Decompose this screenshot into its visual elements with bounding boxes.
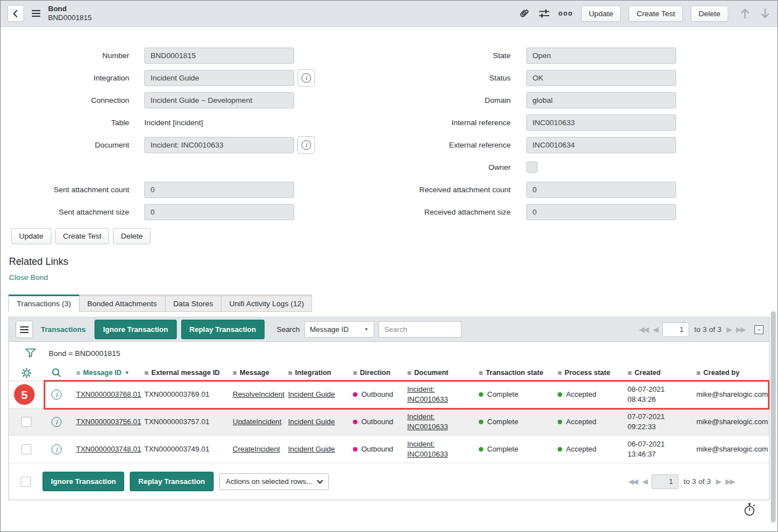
row-info-icon[interactable]: i	[51, 390, 62, 400]
integration-link[interactable]: Incident Guide	[288, 390, 335, 398]
last-page-icon[interactable]: ▶▶	[736, 325, 745, 334]
filter-condition[interactable]: Bond = BND0001815	[49, 349, 120, 358]
response-time-button[interactable]	[743, 502, 756, 519]
transaction-row[interactable]: i TXN0000003748.01 TXN0000003749.01 Crea…	[9, 436, 769, 463]
integration-link[interactable]: Incident Guide	[288, 445, 335, 453]
create-test-button-header[interactable]: Create Test	[629, 6, 683, 22]
integration-link[interactable]: Incident Guide	[288, 417, 335, 426]
message-link[interactable]: UpdateIncident	[233, 417, 281, 426]
column-header-direction[interactable]: ≡ Direction	[346, 369, 400, 377]
back-button[interactable]	[7, 5, 24, 22]
received-attachment-count-field[interactable]: 0	[526, 182, 676, 198]
previous-page-icon[interactable]: ◀	[653, 325, 657, 334]
document-link[interactable]: Incident:INC0010633	[407, 412, 448, 431]
domain-field[interactable]: global	[526, 92, 676, 108]
document-info-button[interactable]: i	[298, 136, 315, 154]
previous-record-icon[interactable]	[739, 7, 751, 20]
message-id-link[interactable]: TXN0000003756.01	[76, 417, 141, 426]
tab-transactions[interactable]: Transactions (3)	[8, 294, 79, 312]
next-record-icon[interactable]	[760, 7, 771, 20]
update-button-header[interactable]: Update	[581, 6, 621, 22]
column-menu-icon: ≡	[353, 369, 357, 377]
column-header-message-id[interactable]: ≡ Message ID ▼	[69, 369, 138, 377]
column-header-transaction-state[interactable]: ≡ Transaction state	[472, 369, 551, 377]
previous-page-icon[interactable]: ◀	[642, 477, 647, 486]
list-menu-button[interactable]	[16, 321, 33, 338]
first-page-icon[interactable]: ◀◀	[639, 325, 648, 334]
delete-button[interactable]: Delete	[113, 228, 150, 244]
transaction-row[interactable]: 5 i TXN0000003768.01 TXN0000003769.01 Re…	[9, 381, 769, 408]
personalize-form-button[interactable]	[538, 8, 550, 19]
replay-transaction-button[interactable]: Replay Transaction	[181, 320, 265, 339]
row-info-icon[interactable]: i	[51, 417, 62, 427]
first-page-icon[interactable]: ◀◀	[628, 477, 637, 486]
message-link[interactable]: ResolveIncident	[233, 390, 285, 398]
ignore-transaction-button-footer[interactable]: Ignore Transaction	[43, 472, 124, 491]
row-info-icon[interactable]: i	[51, 444, 62, 454]
next-page-icon[interactable]: ▶	[727, 325, 731, 334]
column-header-document[interactable]: ≡ Document	[400, 369, 472, 377]
state-field[interactable]: Open	[526, 48, 676, 64]
list-settings-cell[interactable]	[9, 368, 44, 378]
attachment-button[interactable]	[518, 7, 530, 20]
select-all-checkbox[interactable]	[21, 477, 31, 487]
record-number: BND0001815	[48, 13, 92, 22]
tab-unifi-activity-logs[interactable]: Unifi Activity Logs (12)	[221, 294, 313, 312]
search-input[interactable]	[379, 321, 461, 338]
top-header: Bond BND0001815 ooo Update	[1, 1, 777, 27]
paperclip-icon	[518, 7, 530, 20]
connection-field[interactable]: Incident Guide ~ Development	[144, 92, 294, 108]
row-checkbox[interactable]	[21, 444, 31, 454]
sent-attachment-size-field[interactable]: 0	[144, 204, 294, 220]
status-field[interactable]: OK	[526, 70, 676, 86]
owner-label: Owner	[367, 163, 526, 172]
filter-funnel-icon[interactable]	[25, 348, 36, 359]
column-header-message[interactable]: ≡ Message	[226, 369, 281, 377]
collapse-list-button[interactable]: −	[755, 325, 763, 334]
document-field[interactable]: Incident: INC0010633	[144, 137, 294, 153]
column-header-created-by[interactable]: ≡ Created by	[690, 369, 769, 377]
transaction-row[interactable]: i TXN0000003756.01 TXN0000003757.01 Upda…	[9, 408, 769, 436]
delete-button-header[interactable]: Delete	[691, 6, 728, 22]
search-field-select[interactable]: Message ID ▼	[304, 321, 374, 338]
message-id-link[interactable]: TXN0000003768.01	[76, 390, 141, 398]
document-link[interactable]: Incident:INC0010633	[407, 440, 448, 458]
last-page-icon[interactable]: ▶▶	[725, 477, 734, 486]
number-field[interactable]: BND0001815	[144, 48, 294, 64]
integration-info-button[interactable]: i	[298, 69, 315, 87]
more-options-button[interactable]: ooo	[558, 10, 573, 17]
ignore-transaction-button[interactable]: Ignore Transaction	[95, 320, 176, 339]
tab-data-stores[interactable]: Data Stores	[166, 294, 221, 312]
page-number-input[interactable]	[652, 474, 678, 489]
next-page-icon[interactable]: ▶	[716, 477, 720, 486]
list-search-cell[interactable]	[44, 368, 69, 378]
table-label: Table	[9, 118, 144, 127]
column-header-external-message-id[interactable]: ≡ External message ID	[138, 369, 226, 377]
row-checkbox[interactable]	[21, 417, 31, 427]
chevron-down-icon	[317, 477, 323, 483]
created-by-value: mike@sharelogic.com	[690, 444, 769, 454]
close-bond-link[interactable]: Close Bond	[9, 273, 48, 282]
sent-attachment-count-field[interactable]: 0	[144, 182, 294, 198]
column-header-created[interactable]: ≡ Created	[621, 369, 690, 377]
document-link[interactable]: Incident:INC0010633	[407, 385, 448, 403]
tab-bonded-attachments[interactable]: Bonded Attachments	[79, 294, 166, 312]
replay-transaction-button-footer[interactable]: Replay Transaction	[130, 472, 213, 491]
message-id-link[interactable]: TXN0000003748.01	[76, 445, 141, 453]
column-header-process-state[interactable]: ≡ Process state	[551, 369, 621, 377]
integration-field[interactable]: Incident Guide	[144, 70, 294, 86]
vertical-scrollbar[interactable]	[771, 311, 776, 522]
message-link[interactable]: CreateIncident	[233, 445, 280, 453]
actions-on-selected-rows-select[interactable]: Actions on selected rows...	[219, 473, 329, 490]
owner-checkbox[interactable]	[526, 162, 537, 173]
update-button[interactable]: Update	[11, 228, 51, 244]
process-state-dot	[558, 447, 562, 452]
external-reference-field[interactable]: INC0010634	[526, 137, 676, 153]
process-state-dot	[558, 392, 562, 397]
create-test-button[interactable]: Create Test	[55, 228, 110, 244]
received-attachment-size-field[interactable]: 0	[526, 204, 676, 220]
internal-reference-field[interactable]: INC0010633	[526, 115, 676, 131]
column-header-integration[interactable]: ≡ Integration	[281, 369, 346, 377]
page-number-input[interactable]	[662, 322, 689, 337]
menu-icon[interactable]	[32, 10, 40, 17]
